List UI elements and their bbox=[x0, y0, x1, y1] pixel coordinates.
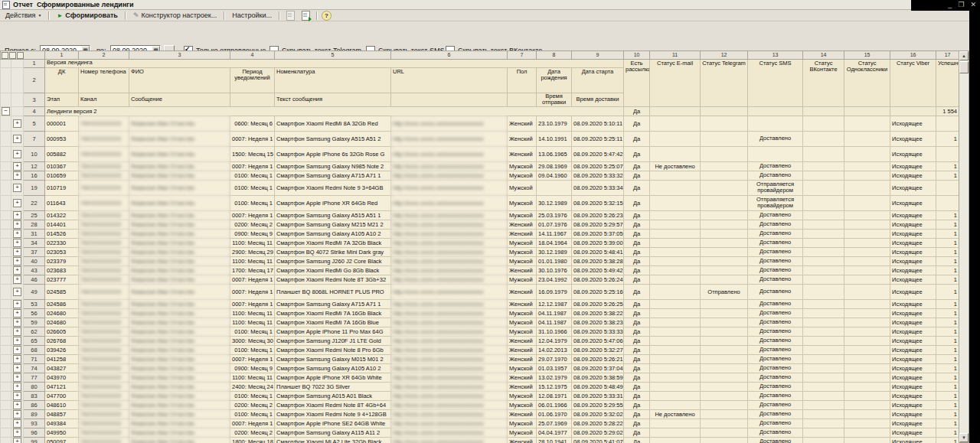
cell-url[interactable]: http://xxxx.xxxxx.xx/xxxxxxxxxxxxxx bbox=[391, 318, 508, 327]
cell-success[interactable]: 1 554 bbox=[936, 106, 959, 116]
cell-status-email[interactable] bbox=[650, 229, 701, 238]
cell-status-telegram[interactable] bbox=[701, 256, 748, 265]
cell-birth[interactable] bbox=[537, 180, 572, 195]
cell-status-viber[interactable]: Исходящее bbox=[890, 210, 936, 220]
cell-dk[interactable]: 026605 bbox=[45, 327, 79, 336]
cell-birth[interactable]: 18.04.1964 bbox=[537, 238, 572, 247]
cell-dk[interactable]: 024585 bbox=[45, 284, 79, 299]
cell-status-sms[interactable]: Доставлено bbox=[748, 161, 803, 171]
cell-dk[interactable]: 048610 bbox=[45, 400, 79, 409]
cell-phone[interactable]: 79XXXXXXXXX bbox=[79, 146, 129, 161]
cell-period[interactable]: 0007: Неделя 1 bbox=[230, 275, 275, 284]
cell-gender[interactable]: Мужской bbox=[508, 308, 537, 318]
cell-url[interactable]: http://xxxx.xxxxx.xx/xxxxxxxxxxxxxx bbox=[391, 180, 508, 195]
cell-url[interactable]: http://xxxx.xxxxx.xx/xxxxxxxxxxxxxx bbox=[391, 400, 508, 409]
cell-senttime[interactable]: 08.09.2020 5:33:31 bbox=[572, 391, 624, 400]
cell-status-odnoklassniki[interactable] bbox=[844, 391, 890, 400]
cell-url[interactable]: http://xxxx.xxxxx.xx/xxxxxxxxxxxxxx bbox=[391, 195, 508, 210]
cell-status-email[interactable] bbox=[650, 220, 701, 229]
cell-status-email[interactable] bbox=[650, 180, 701, 195]
cell-phone[interactable]: 79XXXXXXXXX bbox=[79, 161, 129, 171]
cell-dk[interactable]: 023777 bbox=[45, 275, 79, 284]
cell-status-viber[interactable]: Исходящее bbox=[890, 336, 936, 345]
cell-success[interactable]: 1 bbox=[936, 419, 959, 428]
cell-status-viber[interactable]: Исходящее bbox=[890, 195, 936, 210]
group-level-button[interactable] bbox=[17, 52, 24, 59]
cell-status-viber[interactable]: Исходящее bbox=[890, 146, 936, 161]
cell-dk[interactable]: 010719 bbox=[45, 180, 79, 195]
cell-gender[interactable]: Мужской bbox=[508, 400, 537, 409]
cell-status-sms[interactable]: Доставлено bbox=[748, 327, 803, 336]
cell-dk[interactable]: 024680 bbox=[45, 308, 79, 318]
cell-period[interactable]: 0600: Месяц 6 bbox=[230, 116, 275, 131]
cell-status-sms[interactable]: Отправляется провайдером bbox=[748, 195, 803, 210]
cell-senttime[interactable]: 08.09.2020 5:38:23 bbox=[572, 318, 624, 327]
cell-status-telegram[interactable] bbox=[701, 318, 748, 327]
cell-mailing[interactable]: Да bbox=[624, 195, 650, 210]
cell-senttime[interactable]: 08.09.2020 5:37:04 bbox=[572, 363, 624, 373]
cell-status-viber[interactable]: Исходящее bbox=[890, 220, 936, 229]
cell-empty[interactable] bbox=[803, 106, 844, 116]
cell-status-odnoklassniki[interactable] bbox=[844, 210, 890, 220]
cell-empty[interactable] bbox=[890, 106, 936, 116]
cell-status-vk[interactable] bbox=[803, 161, 844, 171]
cell-status-sms[interactable]: Доставлено bbox=[748, 354, 803, 363]
cell-status-vk[interactable] bbox=[803, 428, 844, 437]
cell-gender[interactable]: Женский bbox=[508, 437, 537, 443]
expand-button[interactable]: + bbox=[13, 318, 21, 327]
cell-status-vk[interactable] bbox=[803, 327, 844, 336]
cell-phone[interactable]: 79XXXXXXXXX bbox=[79, 363, 129, 373]
cell-mailing[interactable]: Да bbox=[624, 373, 650, 382]
cell-status-vk[interactable] bbox=[803, 238, 844, 247]
cell-url[interactable]: http://xxxx.xxxxx.xx/xxxxxxxxxxxxxx bbox=[391, 327, 508, 336]
row-number[interactable]: 5 bbox=[24, 116, 45, 131]
cell-success[interactable]: 1 bbox=[936, 229, 959, 238]
cell-dk[interactable]: 039426 bbox=[45, 345, 79, 354]
cell-status-telegram[interactable] bbox=[701, 391, 748, 400]
cell-status-vk[interactable] bbox=[803, 336, 844, 345]
cell-senttime[interactable]: 08.09.2020 5:32:02 bbox=[572, 409, 624, 419]
help-button[interactable]: ? bbox=[322, 11, 332, 21]
group-level-button[interactable] bbox=[2, 52, 8, 59]
cell-status-email[interactable] bbox=[650, 437, 701, 443]
cell-fio[interactable]: Фамилия Имя Отчество bbox=[129, 161, 230, 171]
cell-status-vk[interactable] bbox=[803, 308, 844, 318]
row-number[interactable]: 68 bbox=[24, 345, 45, 354]
cell-birth[interactable]: 29.08.1969 bbox=[537, 161, 572, 171]
row-number[interactable]: 56 bbox=[24, 308, 45, 318]
cell-success[interactable]: 1 bbox=[936, 247, 959, 256]
expand-button[interactable]: + bbox=[13, 184, 21, 192]
cell-birth[interactable]: 14.10.1991 bbox=[537, 131, 572, 146]
cell-success[interactable]: 1 bbox=[936, 354, 959, 363]
cell-success[interactable]: 1 bbox=[936, 308, 959, 318]
cell-status-odnoklassniki[interactable] bbox=[844, 220, 890, 229]
cell-gender[interactable]: Мужской bbox=[508, 210, 537, 220]
cell-status-telegram[interactable] bbox=[701, 327, 748, 336]
cell-mailing[interactable]: Да bbox=[624, 275, 650, 284]
cell-status-odnoklassniki[interactable] bbox=[844, 354, 890, 363]
cell-fio[interactable]: Фамилия Имя Отчество bbox=[129, 382, 230, 391]
cell-period[interactable]: 3000: Месяц 30 bbox=[230, 336, 275, 345]
cell-senttime[interactable]: 08.09.2020 5:29:55 bbox=[572, 400, 624, 409]
expand-button[interactable]: + bbox=[13, 337, 21, 345]
cell-item[interactable]: Смартфон Xiaomi Redmi Note 8 Pro 6Gb bbox=[275, 345, 391, 354]
cell-status-vk[interactable] bbox=[803, 131, 844, 146]
cell-status-viber[interactable]: Исходящее bbox=[890, 116, 936, 131]
cell-status-telegram[interactable] bbox=[701, 299, 748, 308]
cell-phone[interactable]: 79XXXXXXXXX bbox=[79, 247, 129, 256]
row-number[interactable]: 16 bbox=[24, 171, 45, 180]
column-number[interactable]: 1 bbox=[45, 51, 79, 60]
row-number[interactable]: 19 bbox=[24, 180, 45, 195]
cell-status-sms[interactable]: Доставлено bbox=[748, 256, 803, 265]
cell-success[interactable] bbox=[936, 116, 959, 131]
cell-mailing[interactable]: Да bbox=[624, 210, 650, 220]
cell-period[interactable]: 0200: Месяц 2 bbox=[230, 220, 275, 229]
cell-mailing[interactable]: Да bbox=[624, 318, 650, 327]
cell-phone[interactable]: 79XXXXXXXXX bbox=[79, 409, 129, 419]
cell-senttime[interactable]: 08.09.2020 5:38:28 bbox=[572, 256, 624, 265]
cell-item[interactable]: Смартфон Samsung Galaxy A115 A11 2 bbox=[275, 428, 391, 437]
cell-senttime[interactable]: 08.09.2020 5:29:02 bbox=[572, 428, 624, 437]
expand-button[interactable]: + bbox=[13, 211, 21, 220]
cell-birth[interactable]: 30.12.1989 bbox=[537, 247, 572, 256]
cell-status-odnoklassniki[interactable] bbox=[844, 336, 890, 345]
